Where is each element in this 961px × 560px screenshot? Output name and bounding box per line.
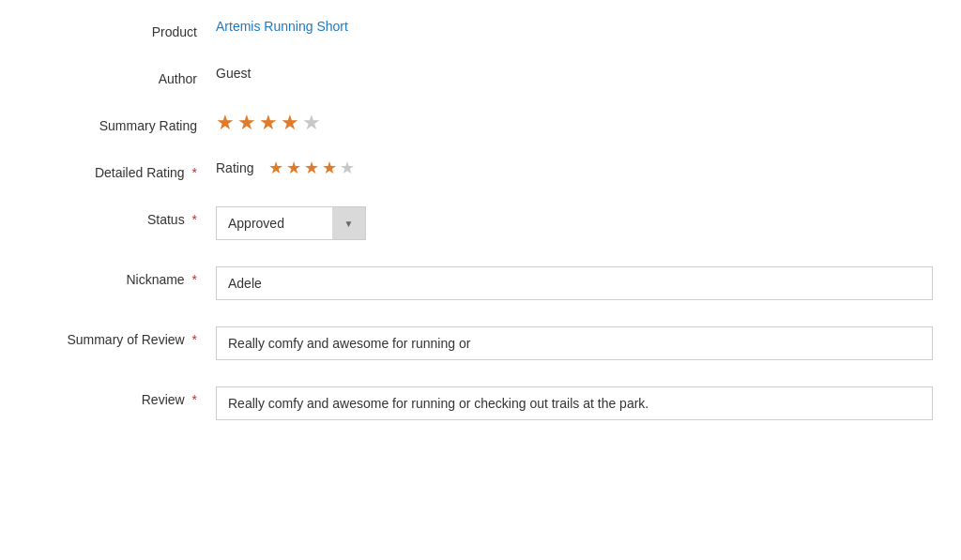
summary-stars: ★ ★ ★ ★ ★	[216, 113, 321, 133]
detail-star-2[interactable]: ★	[286, 159, 301, 176]
detailed-rating-required: *	[192, 165, 197, 180]
summary-rating-row: Summary Rating ★ ★ ★ ★ ★	[28, 113, 933, 133]
detailed-rating-label: Detailed Rating *	[28, 159, 216, 180]
star-4[interactable]: ★	[281, 113, 299, 133]
star-2[interactable]: ★	[237, 113, 256, 133]
nickname-row: Nickname *	[28, 266, 933, 300]
nickname-required: *	[192, 272, 197, 287]
status-required: *	[192, 212, 197, 227]
summary-review-input[interactable]	[216, 326, 933, 360]
star-5[interactable]: ★	[302, 113, 321, 133]
form-container: Product Artemis Running Short Author Gue…	[28, 19, 933, 420]
review-input[interactable]	[216, 386, 933, 420]
review-required: *	[192, 392, 197, 407]
detail-star-1[interactable]: ★	[268, 159, 283, 176]
summary-review-required: *	[192, 332, 197, 347]
detail-star-4[interactable]: ★	[322, 159, 337, 176]
author-text: Guest	[216, 66, 251, 81]
summary-review-row: Summary of Review *	[28, 326, 933, 360]
nickname-value	[216, 266, 933, 300]
author-label: Author	[28, 66, 216, 86]
review-value	[216, 386, 933, 420]
summary-review-value	[216, 326, 933, 360]
status-value: Approved Pending Not Approved	[216, 206, 933, 240]
detail-star-3[interactable]: ★	[304, 159, 319, 176]
product-row: Product Artemis Running Short	[28, 19, 933, 39]
product-value: Artemis Running Short	[216, 19, 933, 34]
summary-rating-value: ★ ★ ★ ★ ★	[216, 113, 933, 133]
product-link[interactable]: Artemis Running Short	[216, 19, 348, 34]
author-row: Author Guest	[28, 66, 933, 86]
star-3[interactable]: ★	[259, 113, 278, 133]
status-select-wrapper: Approved Pending Not Approved	[216, 206, 366, 240]
rating-sub-label: Rating	[216, 160, 253, 175]
product-label: Product	[28, 19, 216, 39]
review-row: Review *	[28, 386, 933, 420]
nickname-input[interactable]	[216, 266, 933, 300]
review-label: Review *	[28, 386, 216, 407]
detailed-stars: ★ ★ ★ ★ ★	[268, 159, 355, 176]
detailed-rating-content: Rating ★ ★ ★ ★ ★	[216, 159, 933, 176]
status-label: Status *	[28, 206, 216, 227]
star-1[interactable]: ★	[216, 113, 235, 133]
author-value: Guest	[216, 66, 933, 81]
summary-rating-label: Summary Rating	[28, 113, 216, 133]
detailed-rating-row: Detailed Rating * Rating ★ ★ ★ ★ ★	[28, 159, 933, 180]
detail-star-5[interactable]: ★	[340, 159, 355, 176]
status-row: Status * Approved Pending Not Approved	[28, 206, 933, 240]
nickname-label: Nickname *	[28, 266, 216, 287]
summary-review-label: Summary of Review *	[28, 326, 216, 347]
status-select[interactable]: Approved Pending Not Approved	[216, 206, 366, 240]
